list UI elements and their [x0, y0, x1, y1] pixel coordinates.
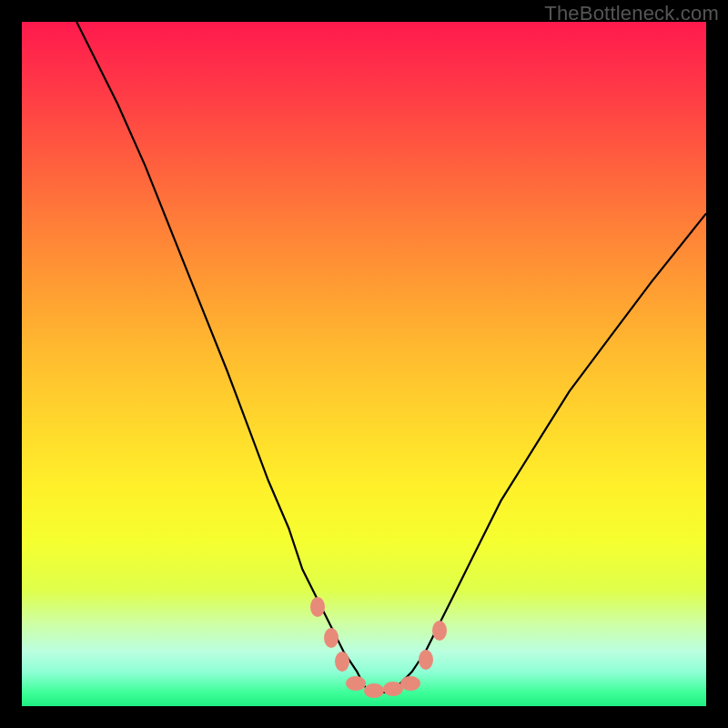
chart-data-marker: [324, 628, 339, 648]
chart-data-marker: [346, 676, 366, 691]
chart-data-marker: [400, 676, 420, 691]
watermark-text: TheBottleneck.com: [544, 2, 719, 25]
chart-data-marker: [419, 650, 433, 670]
chart-data-marker: [364, 683, 384, 698]
chart-data-marker: [335, 652, 349, 672]
chart-plot-area: [22, 22, 706, 706]
chart-curve-svg: [22, 22, 706, 706]
curve-path: [76, 22, 706, 693]
chart-data-marker: [310, 597, 325, 617]
chart-data-marker: [432, 621, 447, 641]
